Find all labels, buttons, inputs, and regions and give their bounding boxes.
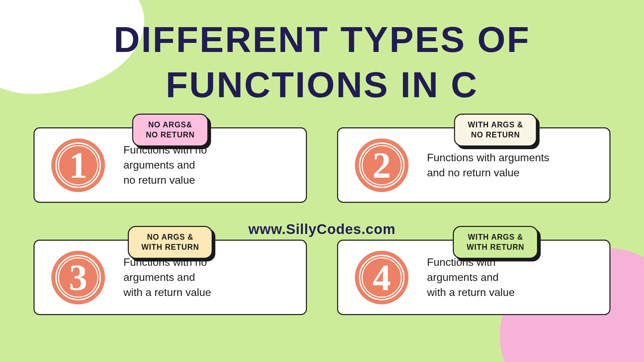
- number-1: 1: [69, 147, 88, 184]
- number-circle-1: 1: [51, 138, 105, 192]
- description-1: Functions with no arguments and no retur…: [123, 142, 207, 187]
- card-4: WITH ARGS & WITH RETURN 4 Functions with…: [337, 240, 610, 315]
- card-3: NO ARGS & WITH RETURN 3 Functions with n…: [34, 240, 307, 315]
- description-2: Functions with arguments and no return v…: [427, 150, 549, 180]
- description-4: Functions with arguments and with a retu…: [427, 255, 515, 300]
- description-3: Functions with no arguments and with a r…: [123, 255, 211, 300]
- badge-wrap-3: NO ARGS & WITH RETURN: [128, 226, 213, 259]
- website-url: www.SillyCodes.com: [249, 221, 396, 237]
- badge-4: WITH ARGS & WITH RETURN: [453, 226, 538, 259]
- number-4: 4: [373, 259, 391, 296]
- number-3: 3: [69, 259, 88, 296]
- main-container: DIFFERENT TYPES OF FUNCTIONS IN C NO ARG…: [0, 0, 644, 362]
- badge-wrap-1: NO ARGS& NO RETURN: [132, 114, 209, 146]
- badge-3: NO ARGS & WITH RETURN: [128, 226, 213, 259]
- number-circle-2: 2: [355, 138, 409, 192]
- badge-1: NO ARGS& NO RETURN: [132, 114, 209, 146]
- badge-wrap-4: WITH ARGS & WITH RETURN: [453, 226, 538, 259]
- card-1: NO ARGS& NO RETURN 1 Functions with no a…: [34, 127, 307, 203]
- number-2: 2: [373, 147, 391, 184]
- number-circle-3: 3: [51, 251, 105, 304]
- page-title: DIFFERENT TYPES OF FUNCTIONS IN C: [32, 17, 612, 107]
- number-circle-4: 4: [355, 251, 409, 304]
- badge-wrap-2: WITH ARGS & NO RETURN: [454, 114, 537, 146]
- card-2: WITH ARGS & NO RETURN 2 Functions with a…: [337, 127, 610, 203]
- badge-2: WITH ARGS & NO RETURN: [454, 114, 537, 146]
